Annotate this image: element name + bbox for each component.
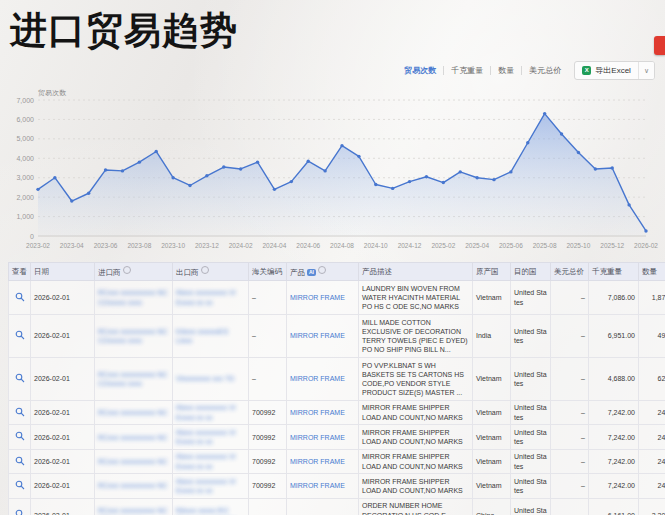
data-point-marker[interactable] (560, 132, 563, 135)
data-point-marker[interactable] (611, 166, 614, 169)
search-button[interactable] (15, 431, 25, 441)
data-point-marker[interactable] (87, 192, 90, 195)
quantity-cell: 495.00 (639, 315, 665, 358)
exporter-cell: INxxx xxxxxxxxx VI Exxxx xx xx (173, 425, 249, 449)
tab-trade-count[interactable]: 贸易次数 (401, 63, 439, 78)
data-point-marker[interactable] (408, 180, 411, 183)
exporter-link[interactable]: INxxx xxxxxxxxx VI Exxxx xx xx (176, 478, 236, 494)
export-excel-button[interactable]: X 导出Excel (575, 62, 638, 79)
search-button[interactable] (15, 480, 25, 490)
tab-kg-weight[interactable]: 千克重量 (448, 63, 486, 78)
col-header-product: 产品AI (287, 263, 359, 281)
shipments-table: 查看 日期 进口商 出口商 海关编码 产品AI 产品描述 原产国 目的国 美元总… (8, 262, 665, 515)
data-point-marker[interactable] (104, 168, 107, 171)
data-point-marker[interactable] (526, 141, 529, 144)
data-point-marker[interactable] (543, 112, 546, 115)
exporter-link[interactable]: RAxxx xxxxx RO TIxxx xxxxx EN Txx (176, 507, 237, 515)
importer-link[interactable]: RCxxx xxxxxxxxxx NC COxxxxx xxxx (98, 328, 168, 344)
importer-link[interactable]: RCxxx xxxxxxxxxx NC COxxxxx xxxx (98, 371, 168, 387)
exporter-link[interactable]: VIxxxxxxxx xxx TD (176, 375, 234, 382)
data-point-marker[interactable] (492, 178, 495, 181)
shipments-table-wrap: 查看 日期 进口商 出口商 海关编码 产品AI 产品描述 原产国 目的国 美元总… (8, 262, 657, 515)
data-point-marker[interactable] (323, 169, 326, 172)
data-point-marker[interactable] (121, 169, 124, 172)
exporter-link[interactable]: INxxx xxxxxxxxx VI Exxxx xx xx (176, 404, 236, 420)
product-link[interactable]: MIRROR FRAME (290, 294, 345, 301)
exporter-link[interactable]: INxxx xxxxxxxxx VI Exxxx xx xx (176, 453, 236, 469)
data-point-marker[interactable] (188, 184, 191, 187)
product-link[interactable]: MIRROR FRAME (290, 482, 345, 489)
data-point-marker[interactable] (239, 167, 242, 170)
side-float-badge[interactable] (654, 36, 665, 55)
exporter-link[interactable]: INxxx xxxxxxxxx VI Exxxx xx xx (176, 289, 236, 305)
importer-link[interactable]: RCxxx xxxxxxxxxx NC (98, 409, 168, 416)
data-point-marker[interactable] (509, 170, 512, 173)
tab-usd-total[interactable]: 美元总价 (526, 63, 564, 78)
export-dropdown-button[interactable]: ∨ (638, 62, 654, 79)
data-point-marker[interactable] (577, 151, 580, 154)
search-button[interactable] (15, 292, 25, 302)
data-point-marker[interactable] (425, 175, 428, 178)
data-point-marker[interactable] (171, 176, 174, 179)
info-icon[interactable] (123, 266, 131, 274)
exporter-cell: KAxxx xxxxxxES LIxxx (173, 315, 249, 358)
data-point-marker[interactable] (644, 229, 647, 232)
importer-link[interactable]: RCxxx xxxxxxxxxx NC (98, 458, 168, 465)
kg-weight-cell: 7,242.00 (589, 474, 639, 498)
data-point-marker[interactable] (627, 203, 630, 206)
data-point-marker[interactable] (256, 160, 259, 163)
search-icon (15, 373, 25, 383)
search-button[interactable] (15, 456, 25, 466)
data-point-marker[interactable] (374, 183, 377, 186)
tab-quantity[interactable]: 数量 (495, 63, 517, 78)
date-cell: 2026-02-01 (31, 400, 95, 424)
importer-link[interactable]: RCxxx xxxxxxxxxx NC COxxxxx xxxx (98, 507, 168, 515)
quantity-cell: 248.00 (639, 449, 665, 473)
data-point-marker[interactable] (340, 144, 343, 147)
product-link[interactable]: MIRROR FRAME (290, 409, 345, 416)
exporter-link[interactable]: KAxxx xxxxxxES LIxxx (176, 328, 228, 344)
data-point-marker[interactable] (205, 174, 208, 177)
product-link[interactable]: MIRROR FRAME (290, 458, 345, 465)
data-point-marker[interactable] (36, 188, 39, 191)
hs-code-cell: – (249, 281, 287, 315)
search-button[interactable] (15, 407, 25, 417)
data-point-marker[interactable] (459, 170, 462, 173)
data-point-marker[interactable] (290, 180, 293, 183)
quantity-cell: 625.00 (639, 358, 665, 401)
info-icon[interactable] (201, 266, 209, 274)
exporter-link[interactable]: INxxx xxxxxxxxx VI Exxxx xx xx (176, 429, 236, 445)
product-link[interactable]: MIRROR FRAME (290, 434, 345, 441)
hs-code-cell: – (249, 315, 287, 358)
usd-total-cell: – (551, 400, 589, 424)
data-point-marker[interactable] (222, 165, 225, 168)
data-point-marker[interactable] (357, 155, 360, 158)
data-point-marker[interactable] (155, 150, 158, 153)
search-icon (15, 330, 25, 340)
excel-icon: X (582, 66, 591, 75)
search-button[interactable] (15, 330, 25, 340)
product-link[interactable]: MIRROR FRAME (290, 375, 345, 382)
importer-link[interactable]: RCxxx xxxxxxxxxx NC (98, 482, 168, 489)
view-cell (9, 281, 31, 315)
importer-link[interactable]: RCxxx xxxxxxxxxx NC (98, 434, 168, 441)
search-button[interactable] (15, 373, 25, 383)
data-point-marker[interactable] (273, 188, 276, 191)
data-point-marker[interactable] (307, 160, 310, 163)
data-point-marker[interactable] (391, 187, 394, 190)
data-point-marker[interactable] (53, 176, 56, 179)
hs-code-cell: 700992 (249, 474, 287, 498)
data-point-marker[interactable] (475, 176, 478, 179)
product-link[interactable]: MIRROR FRAME (290, 332, 345, 339)
importer-link[interactable]: RCxxx xxxxxxxxxx NC COxxxxx xxxx (98, 289, 168, 305)
quantity-cell: 248.00 (639, 474, 665, 498)
data-point-marker[interactable] (442, 181, 445, 184)
data-point-marker[interactable] (138, 160, 141, 163)
hs-code-cell: 700992 (249, 425, 287, 449)
data-point-marker[interactable] (594, 167, 597, 170)
table-row: 2026-02-01RCxxx xxxxxxxxxx NCINxxx xxxxx… (9, 474, 665, 498)
exporter-cell: RAxxx xxxxx RO TIxxx xxxxx EN Txx (173, 498, 249, 515)
data-point-marker[interactable] (70, 199, 73, 202)
search-button[interactable] (15, 509, 25, 515)
info-icon[interactable] (318, 266, 326, 274)
